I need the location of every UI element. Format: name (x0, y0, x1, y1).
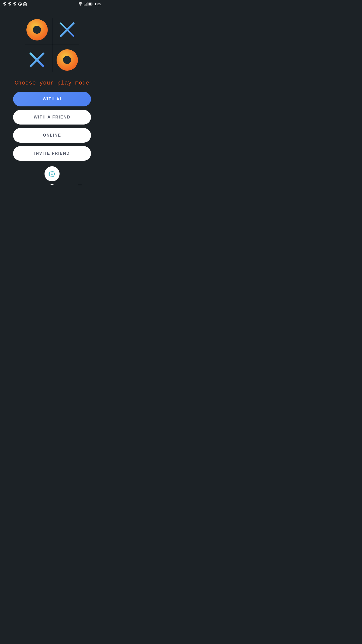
cell-bottom-right (52, 45, 82, 75)
bulb-icon-2 (8, 2, 12, 6)
battery-icon (88, 3, 93, 6)
back-icon: ◀ (23, 185, 26, 185)
svg-rect-17 (85, 4, 85, 6)
clipboard-icon (23, 2, 27, 6)
main-content: Choose your play mode WITH AI WITH A FRI… (0, 7, 104, 181)
home-icon (49, 184, 55, 185)
with-ai-button[interactable]: WITH AI (13, 92, 91, 106)
gear-icon (48, 170, 56, 178)
svg-point-8 (14, 3, 15, 4)
bulb-icon-1 (3, 2, 7, 6)
buttons-container: WITH AI WITH A FRIEND ONLINE INVITE FRIE… (5, 92, 99, 161)
cell-top-right (52, 15, 82, 45)
clock-time: 1:05 (95, 2, 101, 6)
svg-rect-21 (92, 4, 92, 5)
svg-rect-19 (87, 2, 87, 6)
piece-o-inner-2 (63, 56, 71, 64)
signal-icon (84, 2, 87, 6)
back-button[interactable]: ◀ (20, 183, 28, 185)
with-friend-button[interactable]: WITH A FRIEND (13, 110, 91, 125)
status-bar: 1:05 (0, 0, 104, 7)
svg-line-11 (20, 4, 21, 5)
svg-rect-18 (86, 3, 86, 6)
game-board (22, 15, 82, 75)
board-cells (22, 15, 82, 75)
piece-x-bottom-left (27, 50, 47, 70)
status-bar-left (3, 2, 27, 6)
home-button[interactable] (48, 183, 56, 185)
recent-apps-button[interactable] (76, 183, 84, 185)
piece-o-inner (33, 26, 41, 34)
invite-friend-button[interactable]: INVITE FRIEND (13, 146, 91, 161)
wifi-icon (78, 2, 83, 6)
svg-rect-22 (89, 3, 91, 5)
settings-button[interactable] (44, 166, 60, 181)
svg-rect-12 (24, 3, 26, 6)
piece-o-top-left (26, 19, 48, 41)
bottom-navigation: ◀ (0, 181, 104, 185)
game-subtitle: Choose your play mode (15, 80, 89, 86)
recent-icon (78, 185, 82, 185)
online-button[interactable]: ONLINE (13, 128, 91, 143)
cell-bottom-left (22, 45, 52, 75)
status-bar-right: 1:05 (78, 2, 101, 6)
svg-point-5 (9, 3, 10, 4)
cell-top-left (22, 15, 52, 45)
clock-icon (18, 2, 22, 6)
bulb-icon-3 (13, 2, 17, 6)
svg-rect-16 (84, 5, 84, 6)
piece-x-top-right (57, 20, 77, 40)
piece-o-bottom-right (57, 49, 78, 71)
svg-point-2 (4, 3, 5, 4)
